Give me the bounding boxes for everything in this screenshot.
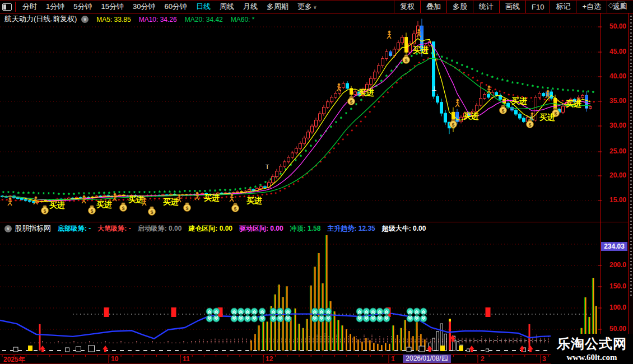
teal-up-arrow-icon [407, 308, 413, 315]
svg-text:*: * [234, 195, 236, 200]
diamond-icon[interactable]: ◇ [608, 1, 613, 9]
indicator-field: 冲顶: 1.58 [290, 225, 321, 232]
teal-up-arrow-icon [244, 308, 251, 315]
svg-text:$: $ [501, 108, 504, 114]
svg-text:*: * [355, 102, 357, 109]
svg-text:*: * [333, 146, 335, 152]
buy-label: 买进 [566, 99, 581, 108]
indicator-name: 股朋指标网 [15, 223, 51, 234]
right-side-strip[interactable] [628, 13, 633, 364]
tool-button-叠加[interactable]: 叠加 [420, 1, 446, 13]
period-tab-1分钟[interactable]: 1分钟 [41, 2, 69, 12]
period-tab-日线[interactable]: 日线 [192, 2, 215, 12]
svg-text:*: * [158, 197, 160, 202]
svg-text:*: * [378, 100, 380, 105]
svg-text:*: * [481, 72, 483, 78]
tool-button-+自选[interactable]: +自选 [576, 1, 607, 13]
watermark: 乐淘公式网 www.60lt.com [551, 334, 633, 364]
money-bag-icon: $ [89, 206, 96, 214]
indicator-field: 超级大牛: 0.00 [382, 225, 426, 232]
svg-text:*: * [456, 61, 458, 67]
period-tab-分时[interactable]: 分时 [18, 2, 41, 12]
sub-axis-value-badge: 234.03 [601, 242, 627, 251]
teal-up-arrow-icon [370, 308, 376, 315]
svg-text:$: $ [43, 208, 46, 214]
teal-up-arrow-icon [270, 308, 277, 315]
tool-button-多股[interactable]: 多股 [446, 1, 473, 13]
svg-text:T: T [266, 164, 269, 170]
chevron-down-icon[interactable]: ∨ [4, 225, 12, 232]
teal-down-arrow-icon [311, 315, 318, 322]
svg-text:*: * [369, 110, 371, 115]
svg-text:*: * [58, 192, 60, 198]
svg-text:*: * [567, 88, 569, 95]
tool-button-统计[interactable]: 统计 [473, 1, 499, 13]
svg-text:*: * [346, 133, 348, 138]
ma-label: MA20: 34.42 [185, 16, 223, 24]
svg-text:$: $ [150, 209, 153, 215]
money-bag-icon: $ [184, 203, 191, 212]
svg-text:*: * [189, 196, 192, 202]
ma-label: MA5: 33.85 [96, 16, 131, 24]
svg-text:*: * [522, 82, 524, 88]
svg-text:*: * [542, 86, 544, 92]
tool-button-标记[interactable]: 标记 [550, 1, 576, 13]
svg-text:*: * [7, 190, 10, 197]
period-tab-15分钟[interactable]: 15分钟 [96, 2, 128, 12]
svg-text:*: * [562, 88, 564, 94]
runner-icon [8, 198, 12, 206]
svg-text:*: * [401, 61, 403, 67]
svg-text:*: * [476, 78, 478, 84]
period-tab-30分钟[interactable]: 30分钟 [128, 2, 160, 12]
svg-text:$: $ [90, 208, 93, 214]
svg-text:*: * [266, 192, 268, 198]
svg-text:*: * [330, 125, 332, 131]
svg-text:*: * [243, 194, 245, 200]
svg-text:*: * [360, 119, 362, 125]
teal-down-arrow-icon [318, 315, 325, 322]
period-tab-月线[interactable]: 月线 [239, 2, 262, 12]
buy-signals: $$$$$$$$$$$$买进买进买进买进买进买进买进买进买进买进买进买进T⊥ [8, 29, 581, 216]
svg-text:*: * [305, 149, 307, 155]
multi-window-icon[interactable] [2, 3, 12, 11]
svg-text:*: * [122, 198, 124, 203]
teal-down-arrow-icon [363, 315, 370, 322]
teal-up-arrow-icon [413, 308, 420, 315]
svg-text:*: * [418, 60, 420, 66]
svg-text:*: * [43, 192, 45, 198]
svg-text:*: * [501, 78, 504, 84]
svg-text:*: * [91, 198, 93, 204]
period-tab-多周期[interactable]: 多周期 [262, 2, 293, 12]
top-toolbar: 分时1分钟5分钟15分钟30分钟60分钟日线周线月线多周期更多∨ 复权叠加多股统… [0, 0, 633, 13]
svg-text:*: * [446, 57, 448, 63]
tool-button-F10[interactable]: F10 [525, 1, 550, 13]
svg-text:*: * [78, 192, 80, 198]
svg-text:*: * [63, 192, 65, 198]
panel-toggle-icon[interactable] [617, 2, 625, 9]
svg-text:*: * [391, 85, 393, 91]
red-dotted-line: ****************************************… [1, 56, 595, 204]
date-label: 11 [183, 355, 190, 363]
indicator-header: ∨ 股朋指标网 底部吸筹: -大笔吸筹: -启动吸筹: 0.00建仓区间: 0.… [0, 223, 597, 234]
chevron-down-icon[interactable]: ∨ [81, 16, 89, 23]
teal-down-arrow-icon [407, 315, 413, 322]
svg-text:*: * [587, 90, 589, 96]
tool-button-画线[interactable]: 画线 [499, 1, 525, 13]
svg-text:*: * [239, 194, 241, 200]
buy-label: 买进 [359, 88, 374, 97]
runner-icon [455, 99, 459, 107]
svg-text:$: $ [528, 122, 531, 128]
buy-label: 买进 [246, 196, 262, 205]
buy-label: 买进 [204, 193, 220, 202]
svg-text:*: * [471, 67, 473, 73]
tool-button-复权[interactable]: 复权 [394, 1, 420, 13]
period-tab-60分钟[interactable]: 60分钟 [160, 2, 191, 12]
period-tab-更多[interactable]: 更多∨ [293, 2, 322, 12]
period-tab-5分钟[interactable]: 5分钟 [69, 2, 96, 12]
ma-labels: MA5: 33.85MA10: 34.26MA20: 34.42MA60: * [89, 15, 254, 24]
teal-down-arrow-icon [206, 315, 213, 322]
period-tab-周线[interactable]: 周线 [215, 2, 239, 12]
teal-down-arrow-icon [238, 315, 244, 322]
teal-up-arrow-icon [383, 308, 390, 315]
svg-text:*: * [364, 115, 366, 120]
